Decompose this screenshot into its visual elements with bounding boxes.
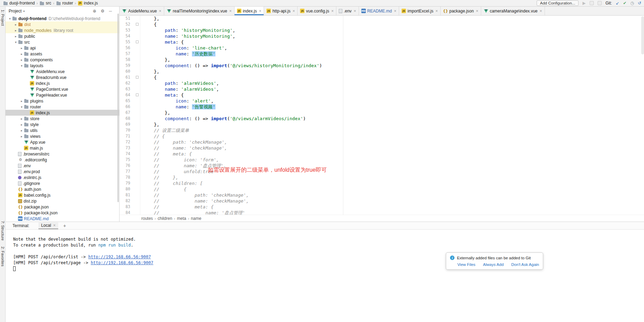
notification-action-view-files[interactable]: View Files	[457, 262, 475, 267]
terminal-link[interactable]: http://192.168.66.56:9007	[91, 260, 153, 265]
tree-item-package-json[interactable]: {}package.json	[6, 204, 119, 210]
tree-item-main-js[interactable]: JSmain.js	[6, 145, 119, 151]
tab-importexcel-js[interactable]: JSimportExcel.js×	[399, 7, 441, 15]
tree-item-index-js[interactable]: JSindex.js	[6, 110, 119, 116]
tree-item-index-js[interactable]: JSindex.js	[6, 80, 119, 86]
locate-file-icon[interactable]: ⊕	[93, 9, 96, 14]
tree-item-duoji-frontend[interactable]: ▾duoji-frontendD:\zheheWeb\duoji-fronten…	[6, 16, 119, 21]
tree-item-editorconfig[interactable]: ⚙.editorconfig	[6, 157, 119, 163]
tree-item-breadcrumb-vue[interactable]: Breadcrumb.vue	[6, 74, 119, 80]
tree-item-components[interactable]: ▸components	[6, 57, 119, 63]
chevron-right-icon[interactable]: ▸	[19, 129, 24, 132]
editor-scrollbar[interactable]	[641, 16, 644, 54]
chevron-right-icon[interactable]: ▸	[14, 35, 18, 38]
tab-http-api-js[interactable]: JShttp-api.js×	[264, 7, 298, 15]
git-rollback-icon[interactable]: ↺	[638, 1, 641, 5]
close-icon[interactable]: ×	[354, 9, 356, 13]
debug-icon[interactable]	[590, 1, 594, 5]
close-icon[interactable]: ×	[259, 9, 261, 13]
tree-item-package-lock-json[interactable]: {}package-lock.json	[6, 210, 119, 216]
close-icon[interactable]: ×	[540, 9, 542, 13]
chevron-right-icon[interactable]: ▸	[14, 23, 18, 26]
fold-icon[interactable]	[136, 93, 139, 96]
tree-item-layouts[interactable]: ▾layouts	[6, 63, 119, 69]
tree-item-src[interactable]: ▾src	[6, 39, 119, 45]
chevron-right-icon[interactable]: ▸	[19, 123, 24, 126]
tool-button-project[interactable]: 1: Project	[1, 10, 5, 26]
close-icon[interactable]: ×	[394, 9, 396, 13]
chevron-right-icon[interactable]: ▸	[19, 117, 24, 120]
new-terminal-icon[interactable]: +	[63, 223, 66, 229]
breadcrumb-item-duoji-frontend[interactable]: duoji-frontend	[3, 1, 35, 6]
tree-item-asidemenu-vue[interactable]: AsideMenu.vue	[6, 69, 119, 74]
close-icon[interactable]: ×	[435, 9, 438, 13]
chevron-down-icon[interactable]: ▾	[19, 105, 24, 109]
close-icon[interactable]: ×	[53, 223, 55, 228]
fold-icon[interactable]	[136, 23, 139, 26]
tab-readme-md[interactable]: MDREADME.md×	[359, 7, 399, 15]
tree-item-style[interactable]: ▸style	[6, 122, 119, 127]
breadcrumb-item-router[interactable]: router	[56, 1, 73, 6]
chevron-right-icon[interactable]: ▸	[14, 29, 18, 32]
tree-item-readme-md[interactable]: MDREADME.md	[6, 216, 119, 222]
tree-item-dist-zip[interactable]: dist.zip	[6, 198, 119, 204]
fold-icon[interactable]	[136, 76, 139, 79]
fold-icon[interactable]	[136, 41, 139, 43]
tab-cameramanage-index-vue[interactable]: cameraManage\index.vue×	[481, 7, 545, 15]
tree-item-browserslistrc[interactable]: .browserslistrc	[6, 151, 119, 157]
terminal-link[interactable]: http://192.168.66.56:9007	[88, 254, 151, 259]
chevron-right-icon[interactable]: ▸	[19, 135, 24, 138]
notification-action-don-t-ask-again[interactable]: Don't Ask Again	[511, 262, 539, 267]
close-icon[interactable]: ×	[292, 9, 295, 13]
breadcrumb-item-name[interactable]: name	[191, 216, 201, 221]
tab-asidemenu-vue[interactable]: AsideMenu.vue×	[120, 7, 164, 15]
tree-item-views[interactable]: ▸views	[6, 133, 119, 139]
tab-package-json[interactable]: {}package.json×	[441, 7, 481, 15]
close-icon[interactable]: ×	[159, 9, 161, 13]
tree-item-public[interactable]: ▸public	[6, 33, 119, 39]
chevron-right-icon[interactable]: ▸	[19, 52, 24, 56]
tree-item-utils[interactable]: ▸utils	[6, 127, 119, 133]
chevron-right-icon[interactable]: ▸	[19, 58, 24, 62]
coverage-icon[interactable]	[598, 1, 602, 5]
breadcrumb-item-index-js[interactable]: JSindex.js	[78, 1, 98, 6]
tree-item-assets[interactable]: ▸assets	[6, 51, 119, 57]
breadcrumb-item-meta[interactable]: meta	[177, 216, 186, 221]
terminal-output[interactable]: Note that the development build is not o…	[6, 230, 644, 272]
gear-icon[interactable]: ⚙	[101, 9, 105, 14]
breadcrumb-item-children[interactable]: children	[158, 216, 172, 221]
tab-realtimemonitoring-index-vue[interactable]: realTimeMonitoring\index.vue×	[164, 7, 235, 15]
notification-action-always-add[interactable]: Always Add	[483, 262, 503, 267]
tree-item-babel-config-js[interactable]: JSbabel.config.js	[6, 192, 119, 198]
tree-item-node-modules[interactable]: ▸node_moduleslibrary root	[6, 27, 119, 33]
git-commit-icon[interactable]: ✔	[623, 1, 626, 5]
chevron-right-icon[interactable]: ▸	[19, 99, 24, 103]
project-view-selector[interactable]: Project ▾	[9, 9, 25, 14]
close-icon[interactable]: ×	[476, 9, 478, 13]
chevron-down-icon[interactable]: ▾	[14, 41, 18, 44]
tab-env[interactable]: .env×	[336, 7, 359, 15]
chevron-down-icon[interactable]: ▾	[19, 64, 24, 68]
tool-button-favorites[interactable]: 2: Favorites	[1, 247, 5, 266]
chevron-down-icon[interactable]: ▾	[8, 17, 12, 20]
tree-item-dist[interactable]: ▸dist	[6, 21, 119, 27]
tree-item-eslintrc-js[interactable]: .eslintrc.js	[6, 175, 119, 180]
close-icon[interactable]: ×	[229, 9, 232, 13]
tree-item-api[interactable]: ▸api	[6, 45, 119, 51]
git-history-icon[interactable]: ◷	[630, 1, 634, 5]
tree-item-router[interactable]: ▾router	[6, 104, 119, 110]
tree-item-auth-json[interactable]: {}auth.json	[6, 186, 119, 192]
git-update-icon[interactable]: ↙	[616, 1, 619, 5]
tree-item-env[interactable]: .env	[6, 163, 119, 169]
tab-index-js[interactable]: JSindex.js×	[235, 7, 264, 15]
run-icon[interactable]: ▶	[582, 1, 585, 5]
hide-panel-icon[interactable]: ─	[109, 9, 112, 14]
tree-item-app-vue[interactable]: App.vue	[6, 139, 119, 145]
tree-item-store[interactable]: ▸store	[6, 116, 119, 122]
breadcrumb-item-src[interactable]: src	[39, 1, 51, 6]
breadcrumb-item-routes[interactable]: routes	[141, 216, 153, 221]
tool-button-structure[interactable]: 7: Structure	[1, 221, 5, 241]
tree-item-env-prod[interactable]: .env.prod	[6, 169, 119, 175]
tab-vue-config-js[interactable]: JSvue.config.js×	[298, 7, 336, 15]
tree-item-pageheader-vue[interactable]: PageHeader.vue	[6, 92, 119, 98]
